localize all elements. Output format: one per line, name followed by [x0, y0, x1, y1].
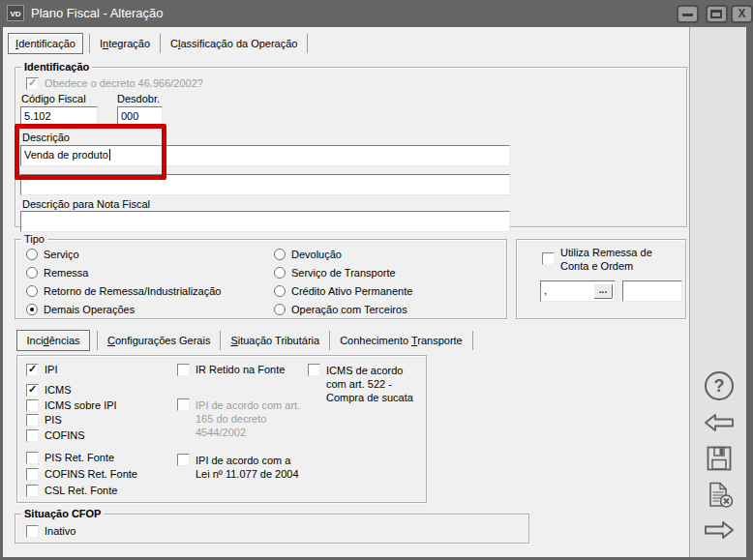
text-caret	[109, 149, 110, 161]
cancel-document-button[interactable]	[707, 482, 734, 508]
radio-demais-operacoes-label[interactable]: Demais Operações	[44, 304, 135, 316]
radio-operacao-terceiros-label[interactable]: Operação com Terceiros	[291, 304, 407, 316]
checkbox-cofins-ret-fonte-label[interactable]: COFINS Ret. Fonte	[45, 468, 137, 481]
descricao-nota-fiscal-label: Descrição para Nota Fiscal	[22, 198, 150, 211]
subtab-conhecimento-transporte[interactable]: Conhecimento Transporte	[330, 335, 472, 346]
descricao-label: Descrição	[22, 132, 70, 144]
help-button[interactable]: ?	[705, 371, 734, 400]
app-icon: VD	[7, 5, 24, 21]
window-title: Plano Fiscal - Alteração	[31, 6, 164, 20]
tab-classificacao-operacao[interactable]: Classificação da Operação	[161, 38, 307, 49]
checkbox-csl-ret-fonte-label[interactable]: CSL Ret. Fonte	[45, 485, 117, 497]
utiliza-remessa-checkbox[interactable]	[542, 252, 555, 265]
close-icon: X	[733, 7, 751, 21]
subtab-separator	[472, 331, 473, 350]
checkbox-ipi-lei-11077-label[interactable]: IPI de acordo com a Lei nº 11.077 de 200…	[196, 454, 300, 481]
arrow-right-icon	[704, 520, 735, 540]
radio-operacao-terceiros[interactable]	[274, 304, 286, 315]
radio-credito-ativo[interactable]	[274, 285, 286, 297]
arrow-left-icon	[704, 413, 735, 432]
minimize-button[interactable]	[677, 5, 699, 23]
maximize-button[interactable]	[706, 5, 728, 23]
save-button[interactable]	[707, 446, 732, 471]
desdobr-field[interactable]: 000	[117, 106, 163, 127]
radio-servico[interactable]	[26, 249, 38, 260]
checkbox-ipi-art165[interactable]	[177, 398, 190, 411]
radio-credito-ativo-label[interactable]: Crédito Ativo Permanente	[291, 285, 412, 298]
subtab-situacao-tributaria[interactable]: Situação Tributária	[221, 335, 329, 346]
codigo-fiscal-field[interactable]: 5.102	[20, 106, 98, 127]
remessa-code-combo[interactable]: , ...	[540, 280, 616, 302]
checkbox-icms-art522[interactable]	[308, 364, 320, 376]
checkbox-cofins-label[interactable]: COFINS	[45, 429, 85, 442]
radio-remessa[interactable]	[26, 267, 38, 279]
checkbox-cofins[interactable]	[26, 429, 39, 442]
subtab-configuracoes-gerais[interactable]: Configurações Gerais	[98, 335, 220, 346]
descricao-field-2[interactable]	[20, 174, 510, 195]
checkbox-ipi-art165-label: IPI de acordo com art. 165 do decreto 45…	[196, 398, 304, 439]
remessa-extra-field[interactable]	[622, 280, 682, 302]
checkbox-ipi[interactable]	[26, 364, 39, 376]
side-toolbar-panel	[689, 27, 746, 557]
descricao-value: Venda de produto	[24, 149, 108, 161]
checkbox-pis-ret-fonte-label[interactable]: PIS Ret. Fonte	[45, 452, 114, 464]
minimize-icon	[682, 14, 693, 16]
radio-servico-transporte[interactable]	[274, 267, 286, 279]
descricao-nota-fiscal-field[interactable]	[20, 211, 510, 232]
radio-retorno-remessa[interactable]	[26, 285, 38, 297]
checkbox-pis-ret-fonte[interactable]	[26, 452, 39, 464]
remessa-code-value: ,	[544, 284, 547, 296]
checkbox-ipi-lei-11077[interactable]	[177, 454, 190, 466]
radio-servico-transporte-label[interactable]: Serviço de Transporte	[291, 267, 396, 280]
checkbox-cofins-ret-fonte[interactable]	[26, 468, 39, 481]
subtab-incidencias[interactable]: Incidências	[16, 330, 90, 351]
checkbox-pis[interactable]	[26, 414, 39, 427]
utiliza-remessa-label[interactable]: Utiliza Remessa de Conta e Ordem	[560, 246, 678, 273]
tab-integracao[interactable]: Integração	[90, 38, 160, 49]
checkbox-icms-sobre-ipi[interactable]	[26, 399, 39, 412]
radio-remessa-label[interactable]: Remessa	[44, 267, 88, 280]
descricao-field[interactable]: Venda de produto	[20, 145, 510, 166]
close-button[interactable]: X	[731, 5, 753, 23]
help-icon: ?	[714, 376, 725, 396]
checkbox-inativo[interactable]	[26, 525, 39, 538]
obedece-decreto-checkbox[interactable]	[26, 77, 39, 90]
back-button[interactable]	[704, 413, 735, 432]
tab-separator	[307, 34, 308, 53]
forward-button[interactable]	[704, 520, 735, 540]
group-situacao-cfop: Situação CFOP	[15, 514, 529, 544]
radio-devolucao-label[interactable]: Devolução	[291, 249, 342, 261]
checkbox-icms[interactable]	[26, 384, 39, 397]
checkbox-ir-retido-fonte[interactable]	[177, 364, 190, 376]
obedece-decreto-label: Obedece o decreto 46.966/2002?	[45, 77, 203, 90]
browse-ellipsis-button[interactable]: ...	[593, 283, 613, 299]
checkbox-inativo-label[interactable]: Inativo	[45, 525, 75, 538]
group-identificacao-label: Identificação	[21, 60, 92, 74]
desdobr-label: Desdobr.	[117, 93, 160, 105]
radio-demais-operacoes[interactable]	[26, 304, 38, 315]
checkbox-pis-label[interactable]: PIS	[45, 414, 62, 427]
codigo-fiscal-label: Código Fiscal	[21, 93, 86, 105]
radio-servico-label[interactable]: Serviço	[44, 249, 79, 261]
checkbox-ipi-label[interactable]: IPI	[45, 364, 57, 376]
radio-retorno-remessa-label[interactable]: Retorno de Remessa/Industrialização	[44, 285, 221, 298]
title-bar: VD Plano Fiscal - Alteração X	[0, 0, 753, 27]
checkbox-icms-art522-label[interactable]: ICMS de acordo com art. 522 - Compra de …	[326, 364, 423, 404]
checkbox-icms-sobre-ipi-label[interactable]: ICMS sobre IPI	[45, 399, 117, 412]
checkbox-csl-ret-fonte[interactable]	[26, 485, 39, 497]
checkbox-ir-retido-fonte-label[interactable]: IR Retido na Fonte	[196, 364, 285, 376]
dialog-window: VD Plano Fiscal - Alteração X Identifica…	[0, 0, 753, 560]
tab-identificacao[interactable]: Identificação	[8, 33, 83, 54]
group-situacao-cfop-label: Situação CFOP	[21, 507, 104, 520]
document-delete-icon	[707, 482, 734, 508]
floppy-disk-icon	[707, 446, 732, 471]
maximize-icon	[710, 10, 722, 18]
radio-devolucao[interactable]	[274, 249, 286, 260]
checkbox-icms-label[interactable]: ICMS	[45, 384, 72, 397]
group-tipo-label: Tipo	[21, 232, 47, 246]
